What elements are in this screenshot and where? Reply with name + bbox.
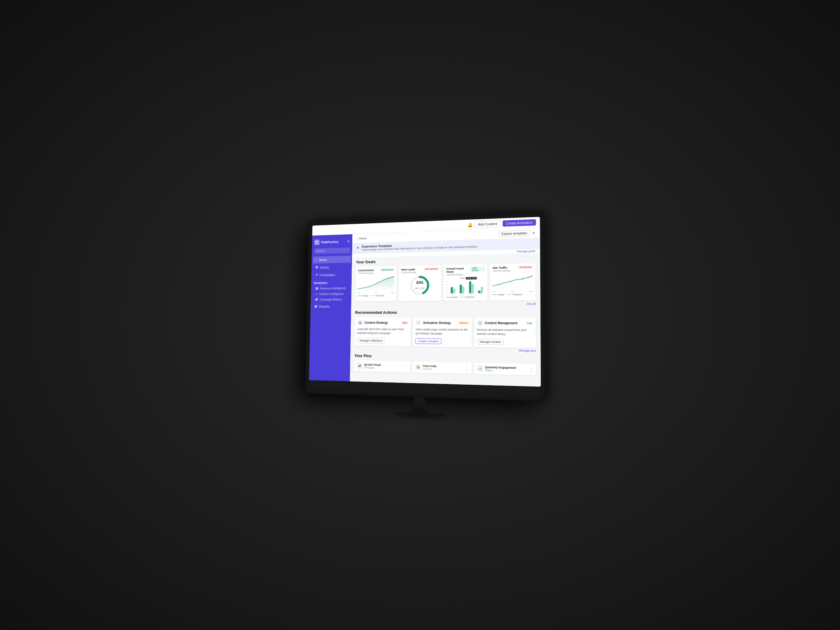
goal-title-assets: Annual Asset Views (446, 266, 471, 273)
goal-card-site-traffic: Site Traffic 13d Remaining -9% Behind (490, 263, 535, 300)
goals-section: Your Goals Conversions 32d Remainin (351, 253, 540, 310)
goal-title-conversions: Conversions (358, 269, 374, 272)
create-activation-action-button[interactable]: Create Activation (415, 338, 442, 344)
pin-campaign-icon: 📣 (357, 362, 362, 369)
svg-rect-3 (317, 242, 319, 244)
pin-type-coca-cola: Account (423, 367, 437, 370)
goal-badge-leads: -20% Behind (424, 267, 439, 270)
sidebar-item-home[interactable]: ⌂ Home (313, 255, 351, 263)
sidebar-item-campaign-metrics[interactable]: 📊 Campaign Metrics (311, 296, 352, 302)
pin-card-coca-cola: 🏢 Coca Cola Account ⋮ (413, 361, 472, 374)
pin-menu-q4[interactable]: ⋮ (404, 364, 408, 369)
goal-card-new-leads: New Leads 7d Remaining -20% Behind (398, 265, 441, 301)
content-intelligence-icon: ◎ (315, 293, 317, 295)
svg-rect-2 (315, 242, 317, 244)
today-label: Today: 8,345 (446, 277, 485, 279)
home-breadcrumb-icon: ⌂ (356, 237, 358, 240)
content-area: ⌂ Home Explore templates ✕ ✦ (350, 228, 541, 386)
goal-badge-traffic: -9% Behind (518, 265, 533, 268)
pin-card-quarterly: 📊 Quarterly Engagement Report ⋮ (474, 362, 536, 375)
action-card-content-strategy: ◎ Content Strategy High Lead with short … (354, 317, 411, 346)
action-desc-content: Lead with short form video as part of th… (357, 327, 408, 335)
pin-card-q4: 📣 Q4 EOY Push Campaign ⋮ (354, 360, 410, 372)
action-badge-high: High (401, 321, 408, 324)
pin-title-q4: Q4 EOY Push (364, 363, 381, 366)
sidebar-item-content-intelligence[interactable]: ◎ Content Intelligence (311, 291, 352, 297)
action-badge-low: Low (526, 321, 533, 324)
reports-icon: 📊 (314, 305, 317, 308)
close-banner-button[interactable]: ✕ (532, 231, 535, 235)
experience-icon: ✦ (356, 245, 360, 250)
pin-title-coca-cola: Coca Cola (423, 364, 437, 367)
svg-line-12 (493, 276, 533, 277)
conversions-legend: Actual Projected (358, 294, 394, 297)
traffic-legend: Actual Projected (493, 293, 522, 296)
action-desc-activation: Add a single page content activation to … (415, 327, 469, 336)
action-title-mgmt: Content Management (485, 321, 518, 324)
sidebar: PathFactory ⚙ ⌂ Home (309, 234, 352, 381)
goal-remaining-assets: 12d Remaining (446, 273, 471, 276)
pin-menu-quarterly[interactable]: ⋮ (529, 367, 534, 372)
settings-icon[interactable]: ⚙ (347, 239, 350, 244)
svg-line-14 (493, 283, 533, 284)
actions-title: Recommended Actions (355, 310, 535, 315)
manage-content-button[interactable]: Manage Content (477, 339, 504, 345)
svg-rect-0 (316, 241, 317, 242)
action-title-activation: Activation Strategy (423, 321, 451, 324)
actions-section: Recommended Actions ◎ Content Strat (351, 310, 541, 356)
action-card-activation: ⚡ Activation Strategy Medium Add a singl… (413, 317, 472, 347)
goal-remaining-traffic: 13d Remaining (493, 269, 510, 272)
logo-text: PathFactory (321, 240, 339, 244)
actions-grid: ◎ Content Strategy High Lead with short … (354, 317, 536, 348)
action-badge-medium: Medium (458, 321, 469, 324)
manage-collections-button[interactable]: Manage Collections (357, 338, 385, 343)
explore-templates-button[interactable]: Explore templates (499, 230, 530, 237)
add-content-button[interactable]: Add Content (475, 220, 501, 228)
sidebar-item-library[interactable]: Library (313, 263, 351, 271)
conversions-chart: Jan Feb Mar Actual (358, 275, 394, 290)
asset-views-chart: Today: 8,345 8k 6k 4k 2k (446, 277, 485, 298)
create-activation-button[interactable]: Create Activation (502, 219, 536, 226)
sidebar-item-campaigns[interactable]: Campaigns (313, 271, 351, 279)
sidebar-item-campaigns-label: Campaigns (319, 273, 335, 276)
donut-label: 43% 568 / 2000 (415, 280, 425, 290)
svg-rect-5 (317, 266, 318, 268)
goal-card-conversions: Conversions 32d Remaining +16% Ahead (355, 266, 397, 301)
content-mgmt-icon: 📋 (477, 320, 483, 326)
campaigns-icon (315, 273, 318, 277)
sidebar-item-reports-label: Reports (319, 305, 330, 308)
action-title-content: Content Strategy (365, 321, 388, 324)
goal-title-traffic: Site Traffic (493, 266, 510, 269)
goal-badge-assets: +40% Ahead (470, 266, 485, 272)
goal-title-leads: New Leads (401, 268, 416, 271)
svg-rect-4 (316, 266, 316, 268)
see-all-link[interactable]: See all (355, 301, 536, 308)
sidebar-item-revenue-label: Revenue Intelligence (320, 287, 346, 290)
svg-line-13 (493, 280, 533, 280)
sidebar-item-reports[interactable]: 📊 Reports (312, 303, 351, 310)
goal-remaining-leads: 7d Remaining (401, 271, 416, 274)
goal-card-asset-views: Annual Asset Views 12d Remaining +40% Ah… (443, 264, 488, 301)
action-card-content-mgmt: 📋 Content Management Low Remove all outd… (474, 317, 536, 348)
svg-rect-1 (317, 241, 319, 242)
asset-views-legend: Actual Projected (446, 296, 485, 298)
sidebar-search (314, 247, 350, 254)
search-input[interactable] (314, 247, 350, 254)
goals-title: Your Goals (356, 255, 535, 264)
bell-icon[interactable]: 🔔 (467, 222, 472, 227)
goal-remaining-conversions: 32d Remaining (358, 271, 374, 274)
revenue-icon: 📈 (316, 287, 318, 290)
site-traffic-chart: Jan Feb Mar A (493, 273, 533, 289)
library-icon (315, 266, 318, 269)
svg-line-15 (493, 287, 533, 288)
sidebar-item-revenue[interactable]: 📈 Revenue Intelligence (311, 285, 351, 291)
goal-badge-conversions: +16% Ahead (380, 268, 394, 271)
content-strategy-icon: ◎ (357, 319, 363, 325)
conversions-x-labels: Jan Feb Mar (358, 292, 394, 294)
breadcrumb-home: Home (359, 236, 367, 240)
logo-icon (314, 239, 320, 245)
action-desc-mgmt: Remove all outdated content from your we… (477, 328, 533, 336)
pin-menu-coca-cola[interactable]: ⋮ (465, 366, 469, 370)
pins-section: Your Pins 📣 Q4 EOY Push (350, 353, 541, 379)
sidebar-item-library-label: Library (320, 265, 329, 269)
